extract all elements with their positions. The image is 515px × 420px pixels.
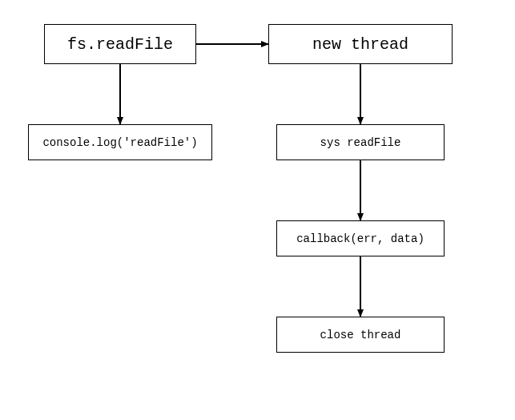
node-console-log: console.log('readFile') — [28, 124, 212, 160]
node-label: fs.readFile — [67, 35, 173, 54]
node-label: new thread — [312, 35, 408, 54]
node-label: console.log('readFile') — [42, 136, 197, 149]
flow-diagram: fs.readFile new thread console.log('read… — [0, 0, 515, 420]
node-label: sys readFile — [320, 136, 401, 149]
node-sys-readfile: sys readFile — [276, 124, 445, 160]
node-label: close thread — [320, 329, 401, 341]
node-fs-readfile: fs.readFile — [44, 24, 196, 64]
node-new-thread: new thread — [268, 24, 453, 64]
node-label: callback(err, data) — [296, 232, 424, 245]
node-callback: callback(err, data) — [276, 220, 445, 256]
node-close-thread: close thread — [276, 317, 445, 353]
